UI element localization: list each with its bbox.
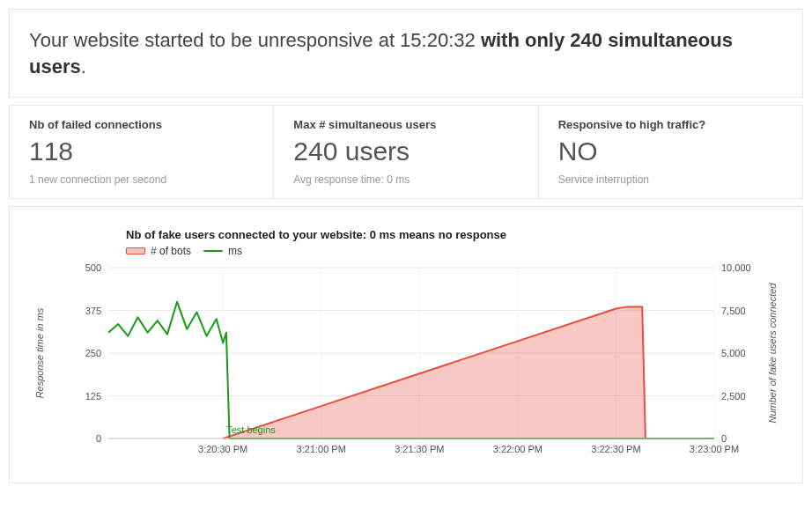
summary-text: Your website started to be unresponsive … xyxy=(29,27,783,79)
svg-text:3:21:00 PM: 3:21:00 PM xyxy=(297,444,346,454)
summary-prefix: Your website started to be unresponsive … xyxy=(29,29,481,51)
svg-text:3:22:30 PM: 3:22:30 PM xyxy=(591,444,640,454)
chart-legend: # of bots ms xyxy=(126,245,785,257)
stat-failed: Nb of failed connections 118 1 new conne… xyxy=(9,105,274,199)
stat-responsive-sub: Service interruption xyxy=(558,173,783,186)
svg-text:Response time in ms: Response time in ms xyxy=(34,308,45,399)
stat-max-label: Max # simultaneous users xyxy=(293,118,518,131)
svg-text:375: 375 xyxy=(85,306,101,316)
svg-text:3:23:00 PM: 3:23:00 PM xyxy=(690,444,739,454)
legend-label-ms: ms xyxy=(228,245,242,257)
svg-text:2,500: 2,500 xyxy=(721,391,746,402)
svg-text:5,000: 5,000 xyxy=(721,348,746,358)
svg-text:3:20:30 PM: 3:20:30 PM xyxy=(198,444,247,454)
stat-failed-label: Nb of failed connections xyxy=(29,118,254,131)
svg-text:0: 0 xyxy=(96,433,101,444)
svg-text:10,000: 10,000 xyxy=(721,262,751,273)
svg-text:Number of fake users connected: Number of fake users connected xyxy=(767,283,778,424)
stat-responsive-value: NO xyxy=(558,136,783,166)
svg-text:0: 0 xyxy=(721,433,727,444)
chart-panel: Nb of fake users connected to your websi… xyxy=(9,206,803,483)
svg-text:250: 250 xyxy=(85,348,101,358)
summary-panel: Your website started to be unresponsive … xyxy=(9,9,803,98)
stat-failed-value: 118 xyxy=(29,136,254,166)
legend-swatch-bots xyxy=(126,247,145,254)
stat-max-sub: Avg response time: 0 ms xyxy=(293,173,518,186)
stat-max-value: 240 users xyxy=(293,136,518,166)
legend-swatch-ms xyxy=(203,250,223,252)
svg-text:3:21:30 PM: 3:21:30 PM xyxy=(395,444,444,454)
legend-label-bots: # of bots xyxy=(151,245,191,257)
stats-row: Nb of failed connections 118 1 new conne… xyxy=(9,105,803,199)
stat-responsive: Responsive to high traffic? NO Service i… xyxy=(539,105,803,199)
svg-text:500: 500 xyxy=(85,262,101,273)
chart-svg: 012525037550002,5005,0007,50010,0003:20:… xyxy=(27,262,786,465)
svg-text:3:22:00 PM: 3:22:00 PM xyxy=(493,444,543,454)
stat-max-users: Max # simultaneous users 240 users Avg r… xyxy=(274,105,538,199)
stat-failed-sub: 1 new connection per second xyxy=(29,173,254,186)
summary-suffix: . xyxy=(81,55,86,77)
svg-text:Test begins: Test begins xyxy=(226,424,276,435)
legend-item-bots: # of bots xyxy=(126,245,191,257)
legend-item-ms: ms xyxy=(203,245,242,257)
stat-responsive-label: Responsive to high traffic? xyxy=(558,118,783,131)
chart-title: Nb of fake users connected to your websi… xyxy=(126,228,785,241)
svg-text:7,500: 7,500 xyxy=(721,306,746,316)
svg-text:125: 125 xyxy=(85,391,101,402)
